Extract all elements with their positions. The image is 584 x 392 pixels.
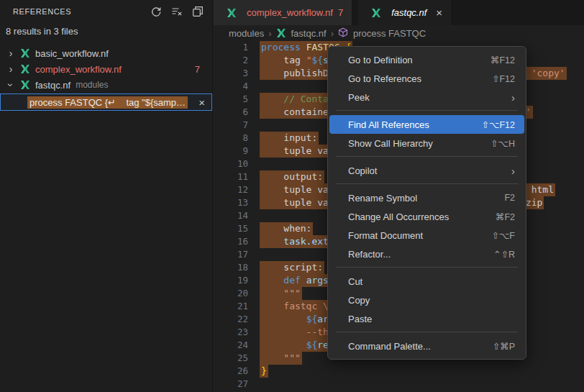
file-name: basic_workflow.nf [35, 48, 109, 59]
chevron-down-icon[interactable]: › [6, 80, 16, 90]
menu-separator [336, 267, 518, 268]
menu-item-label: Command Palette... [348, 341, 493, 352]
chevron-right-icon[interactable]: › [6, 48, 16, 58]
symbol-cube-icon [338, 27, 350, 39]
dismiss-result-icon[interactable]: × [199, 96, 205, 109]
clear-all-icon[interactable] [170, 4, 184, 19]
breadcrumb-item-fastqc-nf[interactable]: fastqc.nf [275, 27, 326, 39]
panel-title: REFERENCES [13, 7, 149, 16]
line-number: 5 [214, 93, 261, 106]
tab-fastqc[interactable]: fastqc.nf × [358, 0, 451, 25]
menu-item-copy[interactable]: Copy [329, 291, 524, 309]
line-number: 21 [214, 300, 261, 313]
menu-item-command-palette[interactable]: Command Palette...⇧⌘P [329, 337, 524, 355]
nextflow-file-icon [19, 63, 31, 75]
tab-label: complex_workflow.nf [247, 7, 333, 18]
breadcrumb-label: modules [229, 28, 264, 39]
menu-item-find-all-references[interactable]: Find All References⇧⌥F12 [329, 115, 524, 134]
code-line-26[interactable]: 26} [214, 365, 584, 378]
line-number: 9 [214, 145, 261, 158]
menu-item-format-document[interactable]: Format Document⇧⌥F [329, 226, 524, 245]
line-number: 4 [214, 80, 261, 93]
menu-item-go-to-definition[interactable]: Go to Definition⌘F12 [329, 50, 524, 69]
file-row-complex-workflow-nf[interactable]: ›complex_workflow.nf7 [0, 61, 212, 77]
result-count-badge: 7 [195, 64, 200, 75]
references-panel-header: REFERENCES [0, 0, 212, 23]
menu-item-shortcut: ⇧⌥F [491, 230, 515, 241]
tab-label: fastqc.nf [391, 7, 426, 18]
nextflow-file-icon [19, 79, 31, 91]
menu-item-refactor[interactable]: Refactor...⌃⇧R [329, 245, 524, 263]
menu-item-shortcut: ⌘F2 [496, 211, 515, 222]
line-number: 10 [214, 158, 261, 170]
file-folder-description: modules [76, 80, 108, 90]
reference-result-row[interactable]: process FASTQC {↵ tag "${samp… × [0, 94, 212, 111]
line-number: 11 [214, 170, 261, 183]
tab-close-icon[interactable]: × [436, 6, 442, 19]
nextflow-icon [275, 27, 287, 39]
collapse-all-icon[interactable] [191, 4, 205, 19]
code-line-27[interactable]: 27 [214, 378, 584, 391]
submenu-arrow-icon: › [511, 91, 515, 104]
breadcrumb-label: fastqc.nf [291, 28, 326, 39]
menu-item-shortcut: ⇧⌘P [493, 341, 515, 352]
file-row-basic-workflow-nf[interactable]: ›basic_workflow.nf [0, 45, 212, 61]
reference-highlight: } [260, 365, 268, 378]
menu-separator [336, 183, 518, 184]
file-row-fastqc-nf[interactable]: ›fastqc.nfmodules [0, 77, 212, 93]
reference-highlight: fastqc \ [260, 300, 330, 313]
menu-item-copilot[interactable]: Copilot› [329, 161, 524, 180]
line-number: 22 [214, 313, 261, 326]
line-number: 15 [214, 222, 261, 235]
chevron-right-icon[interactable]: › [6, 64, 16, 74]
menu-item-label: Copy [348, 295, 515, 306]
file-name: fastqc.nf [35, 80, 70, 91]
line-number: 3 [214, 67, 261, 80]
menu-item-show-call-hierarchy[interactable]: Show Call Hierarchy⇧⌥H [329, 134, 524, 152]
line-number: 13 [214, 196, 261, 209]
submenu-arrow-icon: › [511, 165, 515, 177]
line-number: 7 [214, 119, 261, 132]
line-number: 26 [214, 365, 261, 378]
tab-complex-workflow[interactable]: complex_workflow.nf 7 [214, 0, 352, 25]
references-tree: ›basic_workflow.nf›complex_workflow.nf7›… [0, 45, 212, 93]
line-number: 8 [214, 132, 261, 145]
menu-item-rename-symbol[interactable]: Rename SymbolF2 [329, 188, 524, 207]
menu-item-change-all-occurrences[interactable]: Change All Occurrences⌘F2 [329, 207, 524, 226]
menu-item-peek[interactable]: Peek› [329, 88, 524, 106]
line-number: 14 [214, 209, 261, 222]
line-number: 6 [214, 106, 261, 119]
menu-item-shortcut: ⇧⌥H [491, 138, 515, 149]
file-name: complex_workflow.nf [35, 64, 122, 75]
menu-item-label: Find All References [348, 119, 482, 130]
menu-item-go-to-references[interactable]: Go to References⇧F12 [329, 69, 524, 88]
references-panel: REFERENCES 8 results in 3 files ›basic_w… [0, 0, 213, 392]
line-number: 23 [214, 326, 261, 339]
menu-item-paste[interactable]: Paste [329, 309, 524, 328]
breadcrumb-item-modules[interactable]: modules [229, 28, 264, 39]
menu-item-label: Go to References [348, 73, 492, 84]
line-number: 1 [214, 41, 261, 54]
vscode-window: REFERENCES 8 results in 3 files ›basic_w… [0, 0, 584, 392]
menu-separator [336, 332, 518, 332]
nextflow-file-icon [19, 47, 31, 59]
line-number: 16 [214, 235, 261, 248]
menu-item-shortcut: ⌃⇧R [493, 249, 515, 260]
menu-item-shortcut: F2 [504, 193, 515, 203]
menu-item-label: Peek [348, 92, 511, 103]
line-number: 19 [214, 274, 261, 287]
menu-item-label: Rename Symbol [348, 193, 504, 204]
menu-item-shortcut: ⇧⌥F12 [482, 119, 515, 130]
reference-highlight: when: [260, 222, 313, 235]
reference-highlight: """ [260, 287, 302, 300]
reference-highlight: output: [260, 170, 324, 183]
breadcrumb-item-process-fastqc[interactable]: process FASTQC [338, 27, 426, 39]
menu-item-label: Copilot [348, 165, 511, 176]
refresh-icon[interactable] [149, 4, 163, 19]
breadcrumb-label: process FASTQC [353, 28, 426, 39]
reference-highlight: """ [260, 352, 302, 365]
menu-item-cut[interactable]: Cut [329, 272, 524, 291]
menu-item-label: Change All Occurrences [348, 211, 496, 222]
panel-toolbar [149, 4, 205, 19]
menu-separator [336, 156, 518, 157]
